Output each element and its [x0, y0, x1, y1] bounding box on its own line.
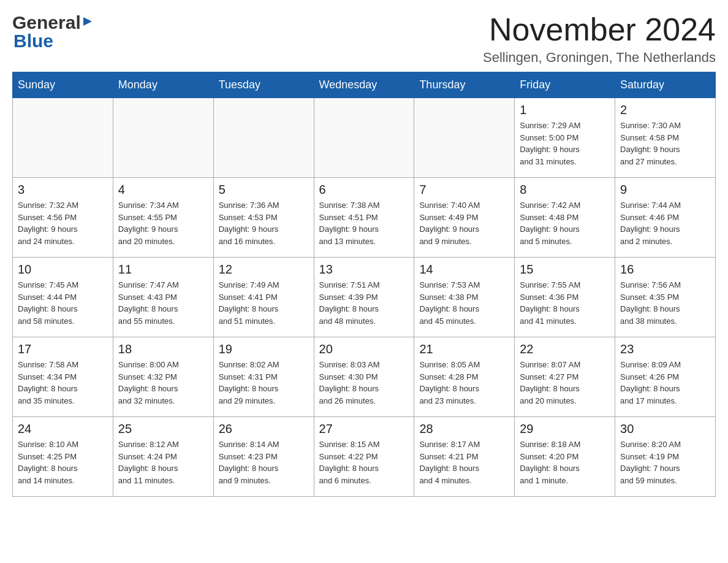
- day-number: 15: [520, 262, 610, 277]
- day-number: 5: [219, 183, 309, 197]
- calendar-header-row: SundayMondayTuesdayWednesdayThursdayFrid…: [13, 72, 716, 98]
- calendar-cell: 18Sunrise: 8:00 AM Sunset: 4:32 PM Dayli…: [113, 337, 213, 417]
- calendar-header-friday: Friday: [515, 72, 615, 98]
- day-number: 30: [620, 422, 710, 436]
- day-number: 24: [18, 422, 108, 436]
- calendar-cell: 17Sunrise: 7:58 AM Sunset: 4:34 PM Dayli…: [13, 337, 113, 417]
- calendar-cell: 14Sunrise: 7:53 AM Sunset: 4:38 PM Dayli…: [414, 258, 515, 337]
- calendar-cell: 20Sunrise: 8:03 AM Sunset: 4:30 PM Dayli…: [314, 337, 414, 417]
- day-info: Sunrise: 8:18 AM Sunset: 4:20 PM Dayligh…: [520, 439, 610, 486]
- day-number: 28: [419, 422, 509, 436]
- calendar-cell: 6Sunrise: 7:38 AM Sunset: 4:51 PM Daylig…: [314, 178, 414, 258]
- calendar-cell: 28Sunrise: 8:17 AM Sunset: 4:21 PM Dayli…: [414, 417, 515, 497]
- day-info: Sunrise: 7:55 AM Sunset: 4:36 PM Dayligh…: [520, 279, 610, 327]
- day-number: 9: [620, 183, 710, 197]
- day-number: 6: [319, 183, 409, 197]
- day-info: Sunrise: 8:17 AM Sunset: 4:21 PM Dayligh…: [419, 439, 509, 486]
- day-info: Sunrise: 7:56 AM Sunset: 4:35 PM Dayligh…: [620, 279, 710, 327]
- calendar-week-1: 1Sunrise: 7:29 AM Sunset: 5:00 PM Daylig…: [13, 98, 716, 178]
- day-number: 1: [520, 103, 610, 117]
- day-number: 27: [319, 422, 409, 436]
- day-info: Sunrise: 8:14 AM Sunset: 4:23 PM Dayligh…: [219, 439, 309, 486]
- day-number: 22: [520, 342, 610, 356]
- day-number: 19: [219, 342, 309, 356]
- calendar-table: SundayMondayTuesdayWednesdayThursdayFrid…: [12, 72, 716, 497]
- day-info: Sunrise: 7:44 AM Sunset: 4:46 PM Dayligh…: [620, 199, 710, 247]
- calendar-cell: 7Sunrise: 7:40 AM Sunset: 4:49 PM Daylig…: [414, 178, 515, 258]
- calendar-cell: 13Sunrise: 7:51 AM Sunset: 4:39 PM Dayli…: [314, 258, 414, 337]
- day-info: Sunrise: 7:40 AM Sunset: 4:49 PM Dayligh…: [419, 199, 509, 247]
- day-info: Sunrise: 8:03 AM Sunset: 4:30 PM Dayligh…: [319, 359, 409, 407]
- day-info: Sunrise: 7:51 AM Sunset: 4:39 PM Dayligh…: [319, 279, 409, 327]
- month-title: November 2024: [483, 12, 716, 47]
- day-info: Sunrise: 7:30 AM Sunset: 4:58 PM Dayligh…: [620, 120, 710, 167]
- day-number: 20: [319, 342, 409, 356]
- day-info: Sunrise: 8:09 AM Sunset: 4:26 PM Dayligh…: [620, 359, 710, 407]
- day-info: Sunrise: 8:15 AM Sunset: 4:22 PM Dayligh…: [319, 439, 409, 486]
- day-number: 17: [18, 342, 108, 356]
- calendar-cell: [13, 98, 113, 178]
- calendar-header-tuesday: Tuesday: [213, 72, 314, 98]
- day-number: 2: [620, 103, 710, 117]
- day-number: 14: [419, 262, 509, 277]
- calendar-cell: 8Sunrise: 7:42 AM Sunset: 4:48 PM Daylig…: [515, 178, 615, 258]
- calendar-cell: 29Sunrise: 8:18 AM Sunset: 4:20 PM Dayli…: [515, 417, 615, 497]
- calendar-header-wednesday: Wednesday: [314, 72, 414, 98]
- calendar-week-4: 17Sunrise: 7:58 AM Sunset: 4:34 PM Dayli…: [13, 337, 716, 417]
- calendar-cell: 1Sunrise: 7:29 AM Sunset: 5:00 PM Daylig…: [515, 98, 615, 178]
- calendar-cell: 22Sunrise: 8:07 AM Sunset: 4:27 PM Dayli…: [515, 337, 615, 417]
- calendar-cell: [414, 98, 515, 178]
- day-info: Sunrise: 8:10 AM Sunset: 4:25 PM Dayligh…: [18, 439, 108, 486]
- day-info: Sunrise: 7:42 AM Sunset: 4:48 PM Dayligh…: [520, 199, 610, 247]
- logo-blue-text: Blue: [13, 31, 53, 52]
- day-info: Sunrise: 7:34 AM Sunset: 4:55 PM Dayligh…: [118, 199, 208, 247]
- day-number: 23: [620, 342, 710, 356]
- day-number: 3: [18, 183, 108, 197]
- day-number: 29: [520, 422, 610, 436]
- day-number: 26: [219, 422, 309, 436]
- calendar-cell: 10Sunrise: 7:45 AM Sunset: 4:44 PM Dayli…: [13, 258, 113, 337]
- day-info: Sunrise: 8:05 AM Sunset: 4:28 PM Dayligh…: [419, 359, 509, 407]
- calendar-cell: 19Sunrise: 8:02 AM Sunset: 4:31 PM Dayli…: [213, 337, 314, 417]
- calendar-cell: 23Sunrise: 8:09 AM Sunset: 4:26 PM Dayli…: [615, 337, 716, 417]
- calendar-cell: 27Sunrise: 8:15 AM Sunset: 4:22 PM Dayli…: [314, 417, 414, 497]
- calendar-header-thursday: Thursday: [414, 72, 515, 98]
- day-number: 8: [520, 183, 610, 197]
- logo: General Blue: [12, 12, 94, 52]
- day-info: Sunrise: 7:38 AM Sunset: 4:51 PM Dayligh…: [319, 199, 409, 247]
- calendar-header-monday: Monday: [113, 72, 213, 98]
- day-info: Sunrise: 8:07 AM Sunset: 4:27 PM Dayligh…: [520, 359, 610, 407]
- page-header: General Blue November 2024 Sellingen, Gr…: [12, 12, 716, 66]
- day-number: 4: [118, 183, 208, 197]
- logo-arrow-icon: [81, 15, 94, 31]
- location-text: Sellingen, Groningen, The Netherlands: [483, 50, 716, 66]
- calendar-cell: 9Sunrise: 7:44 AM Sunset: 4:46 PM Daylig…: [615, 178, 716, 258]
- day-info: Sunrise: 7:47 AM Sunset: 4:43 PM Dayligh…: [118, 279, 208, 327]
- calendar-cell: 5Sunrise: 7:36 AM Sunset: 4:53 PM Daylig…: [213, 178, 314, 258]
- calendar-cell: 3Sunrise: 7:32 AM Sunset: 4:56 PM Daylig…: [13, 178, 113, 258]
- calendar-week-5: 24Sunrise: 8:10 AM Sunset: 4:25 PM Dayli…: [13, 417, 716, 497]
- day-info: Sunrise: 7:53 AM Sunset: 4:38 PM Dayligh…: [419, 279, 509, 327]
- day-info: Sunrise: 8:12 AM Sunset: 4:24 PM Dayligh…: [118, 439, 208, 486]
- day-info: Sunrise: 7:29 AM Sunset: 5:00 PM Dayligh…: [520, 120, 610, 167]
- logo-general-text: General: [12, 12, 81, 33]
- calendar-cell: [213, 98, 314, 178]
- calendar-cell: 30Sunrise: 8:20 AM Sunset: 4:19 PM Dayli…: [615, 417, 716, 497]
- day-info: Sunrise: 7:32 AM Sunset: 4:56 PM Dayligh…: [18, 199, 108, 247]
- calendar-cell: 12Sunrise: 7:49 AM Sunset: 4:41 PM Dayli…: [213, 258, 314, 337]
- title-area: November 2024 Sellingen, Groningen, The …: [483, 12, 716, 66]
- calendar-cell: 24Sunrise: 8:10 AM Sunset: 4:25 PM Dayli…: [13, 417, 113, 497]
- calendar-cell: 25Sunrise: 8:12 AM Sunset: 4:24 PM Dayli…: [113, 417, 213, 497]
- calendar-week-2: 3Sunrise: 7:32 AM Sunset: 4:56 PM Daylig…: [13, 178, 716, 258]
- day-number: 10: [18, 262, 108, 277]
- calendar-header-saturday: Saturday: [615, 72, 716, 98]
- day-info: Sunrise: 7:36 AM Sunset: 4:53 PM Dayligh…: [219, 199, 309, 247]
- calendar-week-3: 10Sunrise: 7:45 AM Sunset: 4:44 PM Dayli…: [13, 258, 716, 337]
- svg-marker-0: [83, 17, 92, 26]
- day-info: Sunrise: 8:20 AM Sunset: 4:19 PM Dayligh…: [620, 439, 710, 486]
- day-info: Sunrise: 7:49 AM Sunset: 4:41 PM Dayligh…: [219, 279, 309, 327]
- calendar-cell: 11Sunrise: 7:47 AM Sunset: 4:43 PM Dayli…: [113, 258, 213, 337]
- calendar-cell: 4Sunrise: 7:34 AM Sunset: 4:55 PM Daylig…: [113, 178, 213, 258]
- day-number: 11: [118, 262, 208, 277]
- day-number: 25: [118, 422, 208, 436]
